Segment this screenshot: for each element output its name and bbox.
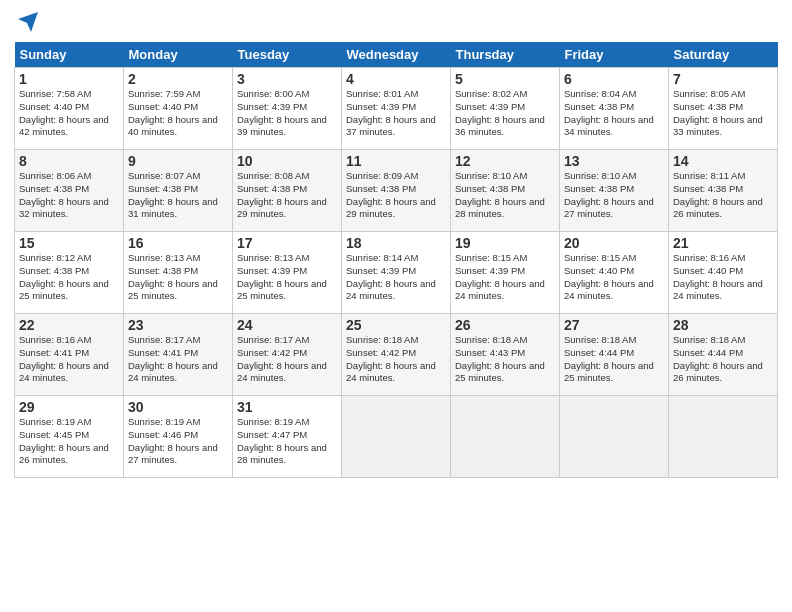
- day-cell: 30 Sunrise: 8:19 AMSunset: 4:46 PMDaylig…: [124, 396, 233, 478]
- day-header-wednesday: Wednesday: [342, 42, 451, 68]
- day-cell: 19 Sunrise: 8:15 AMSunset: 4:39 PMDaylig…: [451, 232, 560, 314]
- logo: [14, 10, 40, 34]
- day-info: Sunrise: 8:04 AMSunset: 4:38 PMDaylight:…: [564, 88, 654, 137]
- day-info: Sunrise: 8:16 AMSunset: 4:41 PMDaylight:…: [19, 334, 109, 383]
- day-number: 5: [455, 71, 555, 87]
- day-cell: 28 Sunrise: 8:18 AMSunset: 4:44 PMDaylig…: [669, 314, 778, 396]
- header: [14, 10, 778, 34]
- day-number: 19: [455, 235, 555, 251]
- day-number: 17: [237, 235, 337, 251]
- day-info: Sunrise: 8:01 AMSunset: 4:39 PMDaylight:…: [346, 88, 436, 137]
- week-row-1: 1 Sunrise: 7:58 AMSunset: 4:40 PMDayligh…: [15, 68, 778, 150]
- day-cell: 5 Sunrise: 8:02 AMSunset: 4:39 PMDayligh…: [451, 68, 560, 150]
- week-row-3: 15 Sunrise: 8:12 AMSunset: 4:38 PMDaylig…: [15, 232, 778, 314]
- day-cell: 11 Sunrise: 8:09 AMSunset: 4:38 PMDaylig…: [342, 150, 451, 232]
- day-number: 29: [19, 399, 119, 415]
- day-number: 2: [128, 71, 228, 87]
- day-info: Sunrise: 8:09 AMSunset: 4:38 PMDaylight:…: [346, 170, 436, 219]
- day-info: Sunrise: 8:18 AMSunset: 4:44 PMDaylight:…: [673, 334, 763, 383]
- day-cell: 9 Sunrise: 8:07 AMSunset: 4:38 PMDayligh…: [124, 150, 233, 232]
- day-info: Sunrise: 8:17 AMSunset: 4:41 PMDaylight:…: [128, 334, 218, 383]
- day-number: 22: [19, 317, 119, 333]
- day-number: 13: [564, 153, 664, 169]
- day-info: Sunrise: 8:19 AMSunset: 4:47 PMDaylight:…: [237, 416, 327, 465]
- day-cell: 20 Sunrise: 8:15 AMSunset: 4:40 PMDaylig…: [560, 232, 669, 314]
- day-info: Sunrise: 8:18 AMSunset: 4:44 PMDaylight:…: [564, 334, 654, 383]
- header-row: SundayMondayTuesdayWednesdayThursdayFrid…: [15, 42, 778, 68]
- day-number: 27: [564, 317, 664, 333]
- day-cell: 18 Sunrise: 8:14 AMSunset: 4:39 PMDaylig…: [342, 232, 451, 314]
- day-number: 1: [19, 71, 119, 87]
- day-info: Sunrise: 8:08 AMSunset: 4:38 PMDaylight:…: [237, 170, 327, 219]
- day-header-tuesday: Tuesday: [233, 42, 342, 68]
- day-number: 31: [237, 399, 337, 415]
- day-cell: 12 Sunrise: 8:10 AMSunset: 4:38 PMDaylig…: [451, 150, 560, 232]
- day-info: Sunrise: 8:18 AMSunset: 4:43 PMDaylight:…: [455, 334, 545, 383]
- logo-bird-icon: [16, 10, 40, 40]
- day-info: Sunrise: 7:59 AMSunset: 4:40 PMDaylight:…: [128, 88, 218, 137]
- day-cell: [669, 396, 778, 478]
- day-number: 16: [128, 235, 228, 251]
- day-cell: 14 Sunrise: 8:11 AMSunset: 4:38 PMDaylig…: [669, 150, 778, 232]
- day-info: Sunrise: 8:06 AMSunset: 4:38 PMDaylight:…: [19, 170, 109, 219]
- day-info: Sunrise: 8:15 AMSunset: 4:39 PMDaylight:…: [455, 252, 545, 301]
- day-cell: 24 Sunrise: 8:17 AMSunset: 4:42 PMDaylig…: [233, 314, 342, 396]
- day-info: Sunrise: 8:10 AMSunset: 4:38 PMDaylight:…: [564, 170, 654, 219]
- day-info: Sunrise: 8:14 AMSunset: 4:39 PMDaylight:…: [346, 252, 436, 301]
- day-info: Sunrise: 8:12 AMSunset: 4:38 PMDaylight:…: [19, 252, 109, 301]
- day-number: 28: [673, 317, 773, 333]
- day-cell: 10 Sunrise: 8:08 AMSunset: 4:38 PMDaylig…: [233, 150, 342, 232]
- day-number: 12: [455, 153, 555, 169]
- day-header-monday: Monday: [124, 42, 233, 68]
- day-cell: 1 Sunrise: 7:58 AMSunset: 4:40 PMDayligh…: [15, 68, 124, 150]
- day-info: Sunrise: 8:16 AMSunset: 4:40 PMDaylight:…: [673, 252, 763, 301]
- day-number: 24: [237, 317, 337, 333]
- day-cell: 3 Sunrise: 8:00 AMSunset: 4:39 PMDayligh…: [233, 68, 342, 150]
- day-header-thursday: Thursday: [451, 42, 560, 68]
- day-number: 30: [128, 399, 228, 415]
- day-info: Sunrise: 8:02 AMSunset: 4:39 PMDaylight:…: [455, 88, 545, 137]
- day-number: 9: [128, 153, 228, 169]
- day-cell: 25 Sunrise: 8:18 AMSunset: 4:42 PMDaylig…: [342, 314, 451, 396]
- day-cell: 27 Sunrise: 8:18 AMSunset: 4:44 PMDaylig…: [560, 314, 669, 396]
- day-cell: 16 Sunrise: 8:13 AMSunset: 4:38 PMDaylig…: [124, 232, 233, 314]
- day-number: 3: [237, 71, 337, 87]
- day-number: 10: [237, 153, 337, 169]
- day-cell: 6 Sunrise: 8:04 AMSunset: 4:38 PMDayligh…: [560, 68, 669, 150]
- day-number: 20: [564, 235, 664, 251]
- day-number: 25: [346, 317, 446, 333]
- day-cell: 2 Sunrise: 7:59 AMSunset: 4:40 PMDayligh…: [124, 68, 233, 150]
- day-info: Sunrise: 8:13 AMSunset: 4:38 PMDaylight:…: [128, 252, 218, 301]
- day-info: Sunrise: 8:18 AMSunset: 4:42 PMDaylight:…: [346, 334, 436, 383]
- day-cell: 4 Sunrise: 8:01 AMSunset: 4:39 PMDayligh…: [342, 68, 451, 150]
- day-cell: 29 Sunrise: 8:19 AMSunset: 4:45 PMDaylig…: [15, 396, 124, 478]
- day-number: 4: [346, 71, 446, 87]
- day-cell: 21 Sunrise: 8:16 AMSunset: 4:40 PMDaylig…: [669, 232, 778, 314]
- day-cell: [342, 396, 451, 478]
- day-info: Sunrise: 7:58 AMSunset: 4:40 PMDaylight:…: [19, 88, 109, 137]
- day-cell: 23 Sunrise: 8:17 AMSunset: 4:41 PMDaylig…: [124, 314, 233, 396]
- day-header-saturday: Saturday: [669, 42, 778, 68]
- day-number: 14: [673, 153, 773, 169]
- day-cell: 26 Sunrise: 8:18 AMSunset: 4:43 PMDaylig…: [451, 314, 560, 396]
- day-number: 11: [346, 153, 446, 169]
- day-header-friday: Friday: [560, 42, 669, 68]
- day-cell: 31 Sunrise: 8:19 AMSunset: 4:47 PMDaylig…: [233, 396, 342, 478]
- day-number: 7: [673, 71, 773, 87]
- day-info: Sunrise: 8:10 AMSunset: 4:38 PMDaylight:…: [455, 170, 545, 219]
- day-number: 6: [564, 71, 664, 87]
- day-info: Sunrise: 8:11 AMSunset: 4:38 PMDaylight:…: [673, 170, 763, 219]
- day-info: Sunrise: 8:19 AMSunset: 4:45 PMDaylight:…: [19, 416, 109, 465]
- week-row-5: 29 Sunrise: 8:19 AMSunset: 4:45 PMDaylig…: [15, 396, 778, 478]
- day-info: Sunrise: 8:13 AMSunset: 4:39 PMDaylight:…: [237, 252, 327, 301]
- day-number: 8: [19, 153, 119, 169]
- day-cell: 8 Sunrise: 8:06 AMSunset: 4:38 PMDayligh…: [15, 150, 124, 232]
- day-cell: 22 Sunrise: 8:16 AMSunset: 4:41 PMDaylig…: [15, 314, 124, 396]
- day-number: 26: [455, 317, 555, 333]
- day-info: Sunrise: 8:17 AMSunset: 4:42 PMDaylight:…: [237, 334, 327, 383]
- day-cell: [560, 396, 669, 478]
- day-info: Sunrise: 8:15 AMSunset: 4:40 PMDaylight:…: [564, 252, 654, 301]
- day-cell: 15 Sunrise: 8:12 AMSunset: 4:38 PMDaylig…: [15, 232, 124, 314]
- day-info: Sunrise: 8:19 AMSunset: 4:46 PMDaylight:…: [128, 416, 218, 465]
- day-cell: [451, 396, 560, 478]
